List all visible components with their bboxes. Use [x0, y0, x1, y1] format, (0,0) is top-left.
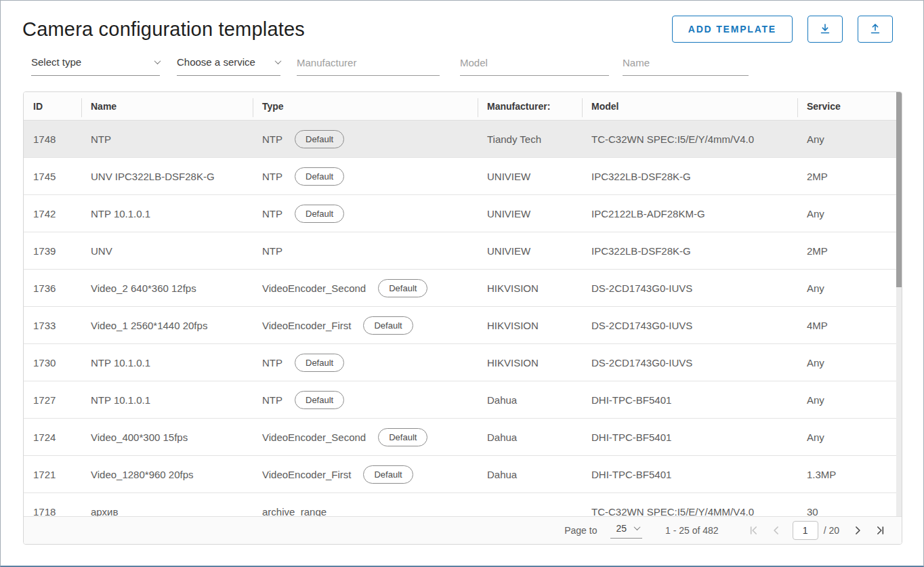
cell-id: 1730 [24, 357, 81, 369]
table-body: 1748 NTP NTP Default Tiandy Tech TC-C32W… [24, 121, 902, 518]
cell-name: NTP 10.1.0.1 [81, 208, 253, 219]
cell-service: Any [797, 432, 902, 443]
default-chip: Default [295, 205, 344, 223]
first-page-button[interactable] [747, 524, 760, 537]
default-chip: Default [295, 167, 344, 186]
column-header-type[interactable]: Type [253, 101, 478, 112]
cell-model: DHI-TPC-BF5401 [582, 469, 797, 480]
cell-name: NTP 10.1.0.1 [81, 357, 253, 369]
cell-service: Any [797, 357, 902, 369]
filter-service-select[interactable]: Choose a service [177, 56, 280, 76]
cell-id: 1724 [24, 432, 81, 443]
first-page-icon [747, 524, 760, 537]
chevron-right-icon [851, 524, 864, 537]
table-row[interactable]: 1739 UNV NTP UNIVIEW IPC322LB-DSF28K-G 2… [24, 232, 902, 270]
scrollbar-thumb[interactable] [896, 92, 902, 287]
cell-name: UNV IPC322LB-DSF28K-G [81, 171, 253, 182]
cell-manufacturer: UNIVIEW [478, 171, 582, 182]
column-header-model[interactable]: Model [582, 101, 797, 112]
cell-name: Video_1 2560*1440 20fps [81, 320, 253, 331]
cell-name: архив [81, 506, 253, 518]
cell-model: DS-2CD1743G0-IUVS [582, 282, 797, 294]
default-chip: Default [295, 391, 344, 409]
table-row[interactable]: 1721 Video_1280*960 20fps VideoEncoder_F… [24, 456, 902, 493]
type-text: NTP [262, 394, 282, 406]
filter-name-input[interactable] [623, 57, 749, 76]
chevron-down-icon [154, 58, 161, 64]
type-text: NTP [262, 133, 282, 145]
cell-service: 2MP [797, 245, 902, 257]
cell-id: 1727 [24, 394, 81, 406]
table-row[interactable]: 1727 NTP 10.1.0.1 NTP Default Dahua DHI-… [24, 381, 902, 419]
cell-manufacturer: UNIVIEW [478, 208, 582, 219]
type-text: archive_range [262, 506, 327, 518]
page-to-label: Page to [564, 525, 597, 536]
page-size-select[interactable]: 25 [610, 523, 642, 539]
type-text: NTP [262, 208, 282, 219]
cell-model: TC-C32WN SPEC:I5/E/Y/4mm/V4.0 [582, 133, 797, 145]
cell-model: DS-2CD1743G0-IUVS [582, 320, 797, 331]
default-chip: Default [378, 428, 427, 446]
last-page-button[interactable] [874, 524, 887, 537]
table-row[interactable]: 1736 Video_2 640*360 12fps VideoEncoder_… [24, 270, 902, 307]
templates-table: ID Name Type Manufacturer: Model Service… [23, 91, 902, 545]
column-header-manufacturer[interactable]: Manufacturer: [478, 101, 582, 112]
app-window: { "page": { "title": "Camera configurati… [0, 0, 924, 567]
table-row[interactable]: 1724 Video_400*300 15fps VideoEncoder_Se… [24, 419, 902, 456]
filter-model-input[interactable] [460, 57, 609, 76]
table-row[interactable]: 1742 NTP 10.1.0.1 NTP Default UNIVIEW IP… [24, 195, 902, 232]
filter-type-select[interactable]: Select type [31, 56, 160, 76]
cell-name: UNV [81, 245, 253, 257]
previous-page-button[interactable] [770, 524, 783, 537]
default-chip: Default [295, 354, 344, 372]
scrollbar-track[interactable] [896, 92, 902, 518]
cell-id: 1745 [24, 171, 81, 182]
cell-model: DS-2CD1743G0-IUVS [582, 357, 797, 369]
type-text: VideoEncoder_First [262, 469, 351, 480]
cell-type: NTP Default [253, 354, 478, 372]
cell-service: Any [797, 282, 902, 294]
page-title: Camera configuration templates [22, 18, 305, 41]
cell-name: Video_400*300 15fps [81, 432, 253, 443]
default-chip: Default [363, 316, 413, 335]
cell-id: 1742 [24, 208, 81, 219]
table-row[interactable]: 1748 NTP NTP Default Tiandy Tech TC-C32W… [24, 121, 902, 158]
cell-manufacturer: UNIVIEW [478, 245, 582, 257]
current-page-input[interactable] [793, 521, 818, 540]
cell-service: Any [797, 133, 902, 145]
cell-type: NTP Default [253, 167, 478, 186]
table-row[interactable]: 1718 архив archive_range TC-C32WN SPEC:I… [24, 493, 902, 518]
default-chip: Default [295, 130, 344, 148]
next-page-button[interactable] [851, 524, 864, 537]
cell-manufacturer: HIKVISION [478, 320, 582, 331]
cell-id: 1736 [24, 282, 81, 294]
export-button[interactable] [858, 16, 893, 43]
cell-manufacturer: Dahua [478, 394, 582, 406]
table-row[interactable]: 1745 UNV IPC322LB-DSF28K-G NTP Default U… [24, 158, 902, 195]
table-row[interactable]: 1730 NTP 10.1.0.1 NTP Default HIKVISION … [24, 344, 902, 381]
chevron-down-icon [275, 58, 282, 64]
column-header-id[interactable]: ID [24, 101, 81, 112]
cell-id: 1733 [24, 320, 81, 331]
cell-id: 1748 [24, 133, 81, 145]
cell-service: Any [797, 394, 902, 406]
toolbar-actions: ADD TEMPLATE [672, 16, 893, 43]
cell-model: IPC322LB-DSF28K-G [582, 171, 797, 182]
cell-type: NTP Default [253, 205, 478, 223]
table-header: ID Name Type Manufacturer: Model Service [24, 92, 902, 121]
cell-model: IPC322LB-DSF28K-G [582, 245, 797, 257]
chevron-left-icon [770, 524, 783, 537]
column-header-service[interactable]: Service [797, 101, 902, 112]
column-header-name[interactable]: Name [81, 101, 253, 112]
cell-type: NTP Default [253, 391, 478, 409]
cell-name: Video_2 640*360 12fps [81, 282, 253, 294]
table-row[interactable]: 1733 Video_1 2560*1440 20fps VideoEncode… [24, 307, 902, 344]
filter-manufacturer-input[interactable] [297, 57, 440, 76]
type-text: NTP [262, 357, 282, 369]
cell-model: DHI-TPC-BF5401 [582, 432, 797, 443]
import-button[interactable] [807, 16, 843, 43]
topbar: Camera configuration templates ADD TEMPL… [1, 1, 923, 43]
add-template-button[interactable]: ADD TEMPLATE [672, 16, 793, 43]
cell-type: NTP Default [253, 130, 478, 148]
chevron-down-icon [634, 524, 641, 530]
